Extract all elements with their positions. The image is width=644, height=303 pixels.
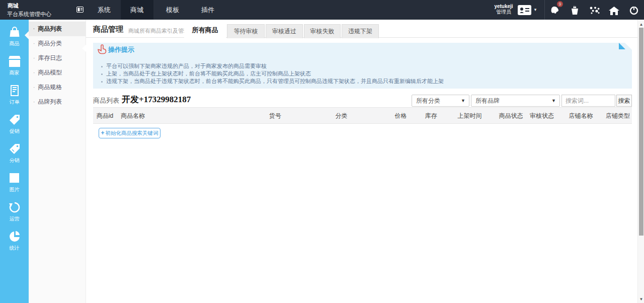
svg-text:9: 9 (558, 2, 561, 7)
